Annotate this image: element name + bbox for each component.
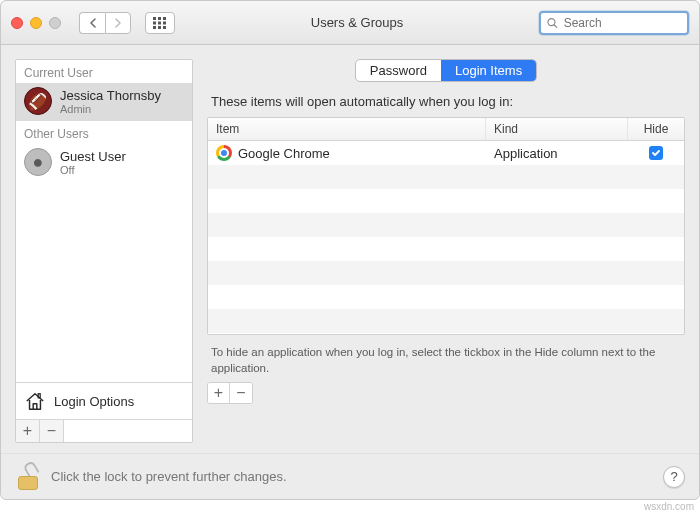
preferences-window: Users & Groups Current User 🏈 Jessica Th…: [0, 0, 700, 500]
table-row: [208, 237, 684, 261]
chrome-icon: [216, 145, 232, 161]
content-area: Current User 🏈 Jessica Thornsby Admin Ot…: [1, 45, 699, 453]
svg-line-10: [554, 24, 557, 27]
forward-button[interactable]: [105, 12, 131, 34]
current-user-label: Current User: [16, 60, 192, 83]
house-icon: [24, 391, 46, 411]
search-input[interactable]: [562, 15, 681, 31]
table-row: [208, 189, 684, 213]
svg-rect-11: [38, 394, 40, 398]
chevron-right-icon: [114, 18, 122, 28]
window-title: Users & Groups: [183, 15, 531, 30]
login-options-label: Login Options: [54, 394, 134, 409]
sidebar-footer: + −: [16, 419, 192, 442]
help-button[interactable]: ?: [663, 466, 685, 488]
table-body: Google Chrome Application: [208, 141, 684, 334]
svg-rect-6: [153, 26, 156, 29]
avatar: 🏈: [24, 87, 52, 115]
back-button[interactable]: [79, 12, 105, 34]
watermark: wsxdn.com: [644, 501, 694, 512]
football-icon: 🏈: [28, 92, 48, 111]
add-login-item-button[interactable]: +: [208, 383, 230, 403]
other-users-label: Other Users: [16, 121, 192, 144]
table-row: [208, 213, 684, 237]
svg-rect-1: [158, 17, 161, 20]
segmented-control: Password Login Items: [355, 59, 537, 82]
tab-password[interactable]: Password: [356, 60, 441, 81]
hide-hint: To hide an application when you log in, …: [211, 345, 681, 376]
search-icon: [547, 17, 558, 29]
table-header: Item Kind Hide: [208, 118, 684, 141]
hide-checkbox[interactable]: [649, 146, 663, 160]
login-items-description: These items will open automatically when…: [211, 94, 681, 109]
svg-rect-8: [163, 26, 166, 29]
col-item[interactable]: Item: [208, 118, 486, 140]
table-row: [208, 261, 684, 285]
user-name: Guest User: [60, 149, 126, 164]
remove-user-button[interactable]: −: [40, 420, 64, 442]
item-name: Google Chrome: [238, 146, 330, 161]
guest-user-row[interactable]: ● Guest User Off: [16, 144, 192, 182]
svg-rect-5: [163, 21, 166, 24]
svg-rect-3: [153, 21, 156, 24]
close-window-button[interactable]: [11, 17, 23, 29]
check-icon: [651, 148, 661, 158]
user-status: Off: [60, 164, 126, 176]
svg-rect-2: [163, 17, 166, 20]
user-info: Jessica Thornsby Admin: [60, 88, 161, 115]
lock-shackle-icon: [22, 459, 39, 477]
avatar: ●: [24, 148, 52, 176]
chevron-left-icon: [89, 18, 97, 28]
col-kind[interactable]: Kind: [486, 118, 628, 140]
minimize-window-button[interactable]: [30, 17, 42, 29]
lock-text: Click the lock to prevent further change…: [51, 469, 287, 484]
col-hide[interactable]: Hide: [628, 118, 684, 140]
table-row: [208, 285, 684, 309]
item-kind: Application: [486, 142, 628, 165]
person-icon: ●: [33, 152, 44, 173]
show-all-button[interactable]: [145, 12, 175, 34]
user-name: Jessica Thornsby: [60, 88, 161, 103]
add-user-button[interactable]: +: [16, 420, 40, 442]
nav-buttons: [79, 12, 131, 34]
tab-login-items[interactable]: Login Items: [441, 60, 536, 81]
login-items-table: Item Kind Hide Google Chrome Application: [207, 117, 685, 335]
lock-button[interactable]: [15, 464, 41, 490]
svg-rect-0: [153, 17, 156, 20]
grid-icon: [153, 17, 167, 29]
titlebar: Users & Groups: [1, 1, 699, 45]
search-field[interactable]: [539, 11, 689, 35]
remove-login-item-button[interactable]: −: [230, 383, 252, 403]
main-panel: Password Login Items These items will op…: [207, 59, 685, 443]
bottom-bar: Click the lock to prevent further change…: [1, 453, 699, 499]
table-row: [208, 309, 684, 333]
user-sidebar: Current User 🏈 Jessica Thornsby Admin Ot…: [15, 59, 193, 443]
svg-rect-7: [158, 26, 161, 29]
login-items-pm: + −: [207, 382, 253, 404]
user-info: Guest User Off: [60, 149, 126, 176]
login-options-row[interactable]: Login Options: [16, 382, 192, 419]
table-row[interactable]: Google Chrome Application: [208, 141, 684, 165]
svg-rect-4: [158, 21, 161, 24]
traffic-lights: [11, 17, 61, 29]
lock-body-icon: [18, 476, 38, 490]
zoom-window-button[interactable]: [49, 17, 61, 29]
user-role: Admin: [60, 103, 161, 115]
current-user-row[interactable]: 🏈 Jessica Thornsby Admin: [16, 83, 192, 121]
table-row: [208, 165, 684, 189]
